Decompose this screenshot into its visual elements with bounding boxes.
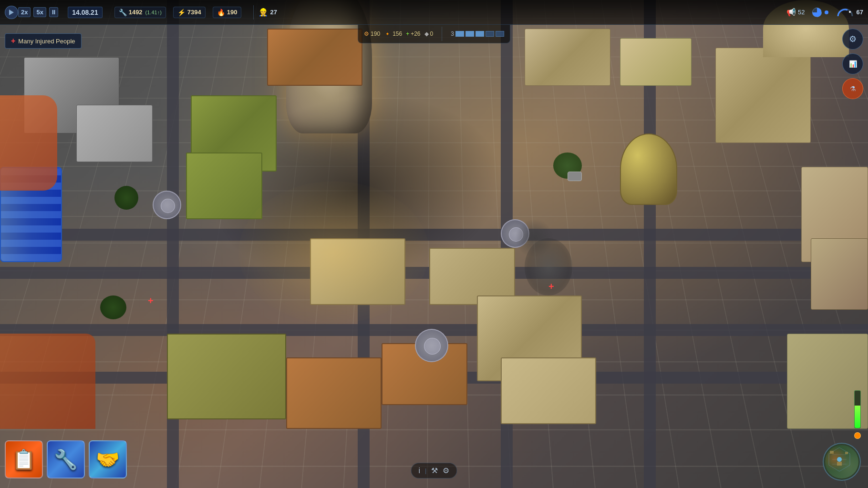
medical-cross-1: + [148,295,154,306]
small-resource-1: ⚙ 190 [364,30,380,37]
building-far-right-2 [811,238,868,310]
hammer-tool-icon[interactable]: ⚒ [431,466,438,475]
circular-progress-indicator [812,8,822,17]
alert-notification[interactable]: + Many Injured People [5,33,82,49]
tree-3 [100,295,126,319]
megaphone-icon: 📢 [786,8,796,17]
hud-top-bar: 2x 5x II 14.08.21 🔧 1492 (1.41↑) ⚡ 7394 … [0,0,868,25]
tank-right [620,133,677,205]
satisfaction-value: 67 [857,9,863,16]
speed-pause-button[interactable]: II [49,7,58,17]
action-3-icon: 🤝 [96,448,120,471]
bottom-left-actions: 📋 🔧 🤝 [5,440,127,478]
megaphone-group: 📢 52 [786,8,805,17]
medical-cross-2: + [548,281,554,292]
settings-button[interactable]: ⚙ [842,29,863,50]
tools-resource-group: 🔧 1492 (1.41↑) [114,7,166,18]
research-button[interactable]: ⚗ [842,78,863,99]
svg-marker-0 [9,10,14,15]
speed-controls-group: 2x 5x II [18,7,58,17]
building-top-right-2 [620,38,692,86]
svg-rect-8 [845,452,848,454]
small-res-2-value: 156 [393,30,402,37]
bottom-info-bar: i | ⚒ ⚙ [411,463,457,478]
building-bottom-1 [167,334,286,419]
small-res-4-icon: ◆ [424,30,429,37]
stats-button[interactable]: 📊 [842,53,863,74]
energy-value: 190 [227,9,238,16]
settings-tool-icon[interactable]: ⚙ [443,466,449,475]
progress-label: 3 [451,30,454,37]
bottom-right-panel [823,390,861,481]
energy-fill [855,406,860,428]
date-display: 14.08.21 [68,7,103,18]
speed-indicator-icon [5,6,18,19]
alert-cross-icon: + [11,37,15,45]
action-button-2[interactable]: 🔧 [47,440,85,478]
ore-resource-group: ⚡ 7394 [173,7,206,18]
small-resource-4: ◆ 0 [424,30,434,37]
road-horizontal-1 [0,229,868,241]
svg-point-1 [849,11,851,13]
building-bottom-2 [286,357,382,429]
workers-group: 👷 27 [258,8,277,17]
action-1-icon: 📋 [12,448,36,471]
progress-seg-3 [475,31,484,37]
energy-resource-group: 🔥 190 [213,7,242,18]
speed-5x-button[interactable]: 5x [33,7,46,17]
progress-seg-4 [486,31,494,37]
hud-divider-1 [253,5,254,20]
energy-resource-icon: 🔥 [217,9,225,16]
vehicle-1 [568,172,582,181]
mars-terrain-bottom-left [0,334,95,429]
tools-icon: 🔧 [119,9,127,16]
tools-value: 1492 [129,9,143,16]
building-top-right-1 [525,29,610,86]
svg-rect-7 [830,451,834,454]
smoke-effect-2 [515,219,553,257]
hud-second-divider [442,27,442,41]
info-icon[interactable]: i [419,467,421,475]
small-resource-3: + +26 [406,30,420,37]
svg-rect-9 [837,462,842,466]
building-large-right [715,48,811,143]
settings-icon: ⚙ [849,34,857,44]
roundabout-3 [415,329,448,362]
action-button-3[interactable]: 🤝 [89,440,127,478]
hud-right-section: 📢 52 67 [786,8,863,17]
satisfaction-bar: 67 [836,8,863,17]
mars-terrain-left [0,95,57,191]
minimap[interactable] [823,443,861,481]
megaphone-value: 52 [798,9,805,16]
building-bottom-right-2 [501,357,596,424]
progress-queue: 3 [451,30,504,37]
hud-second-row: ⚙ 190 🔸 156 + +26 ◆ 0 3 [358,25,510,43]
speed-2x-button[interactable]: 2x [18,7,31,17]
progress-seg-1 [455,31,464,37]
status-dot [825,10,828,14]
ore-value: 7394 [187,9,201,16]
alert-text: Many Injured People [18,38,75,45]
small-res-3-icon: + [406,30,409,37]
small-res-1-icon: ⚙ [364,30,369,37]
small-res-1-value: 190 [371,30,380,37]
progress-seg-2 [465,31,474,37]
tools-rate: (1.41↑) [145,10,162,15]
progress-seg-5 [496,31,504,37]
circular-progress-group [812,8,828,17]
action-2-icon: 🔧 [54,448,78,471]
small-res-3-value: +26 [411,30,420,37]
small-resource-2: 🔸 156 [384,30,402,37]
cargo-crates-2 [186,152,262,219]
energy-bar-vertical [854,390,861,428]
action-button-1[interactable]: 📋 [5,440,43,478]
roundabout-1 [153,191,181,219]
right-buttons-panel: ⚙ 📊 ⚗ [842,29,863,99]
building-mid-left [76,105,153,162]
ore-icon: ⚡ [177,9,186,16]
tower-glow [238,181,429,324]
energy-indicator-dot [854,432,861,439]
bottom-divider-1: | [425,467,426,474]
energy-panel [854,390,861,439]
workers-icon: 👷 [258,8,268,17]
